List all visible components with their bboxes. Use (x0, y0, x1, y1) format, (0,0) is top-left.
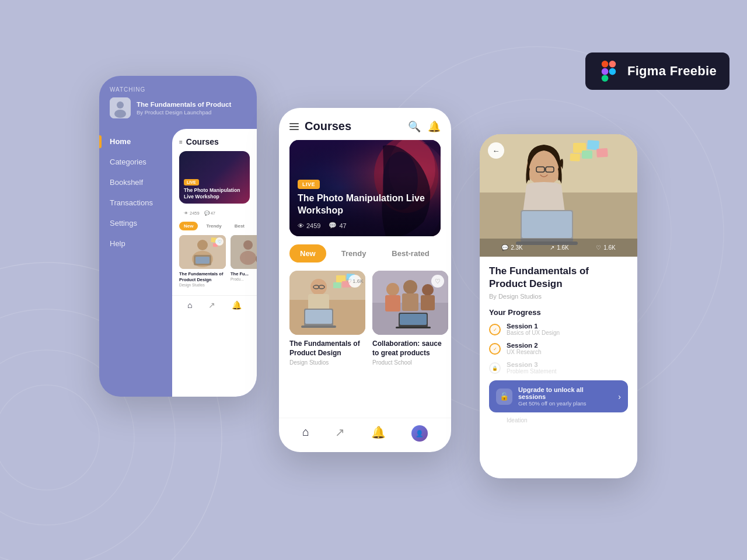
tab-best-rated[interactable]: Best-rated (381, 244, 439, 262)
tab-new[interactable]: New (289, 244, 326, 262)
mini-trending-icon[interactable]: ↗ (208, 300, 215, 310)
share-icon: ↗ (550, 244, 554, 251)
sidebar-item-settings[interactable]: Settings (99, 213, 172, 233)
svg-rect-20 (196, 257, 210, 264)
session-3-icon: 🔒 (489, 362, 501, 374)
svg-rect-44 (305, 310, 332, 324)
courses-title: Courses (305, 120, 351, 133)
detail-progress-title: Your Progress (489, 308, 628, 317)
course-card-2-title: Collaboration: sauce to great products (372, 340, 448, 358)
mini-views-stat: 👁 2459 (184, 211, 200, 216)
mini-bell-icon[interactable]: 🔔 (232, 300, 242, 310)
detail-info-panel: The Fundamentals of Product Design By De… (480, 257, 637, 478)
mini-cards-row: ♡ The Fundamentals of Product Design Des… (179, 235, 250, 287)
course-card-2-img: ♡ (372, 271, 448, 335)
session-3: 🔒 Session 3 Problem Statement (489, 361, 628, 374)
session-1-name: Session 1 (507, 323, 560, 330)
search-icon[interactable]: 🔍 (408, 120, 421, 133)
mini-card-2-sub: Produ... (231, 277, 257, 281)
upgrade-banner[interactable]: 🔓 Upgrade to unlock all sessions Get 50%… (489, 380, 628, 412)
mini-live-badge: LIVE (184, 179, 199, 186)
bell-icon[interactable]: 🔔 (428, 120, 441, 133)
phone-1-container: WATCHING The Fundamentals of Product By … (99, 76, 257, 397)
notifications-icon[interactable]: 🔔 (371, 425, 386, 442)
hamburger-line-1 (289, 123, 299, 124)
mini-comments-stat: 💬 47 (204, 211, 215, 216)
mini-hero-card[interactable]: LIVE The Photo Manipulation Live Worksho… (179, 151, 250, 204)
hero-banner[interactable]: LIVE The Photo Manipulation Live Worksho… (289, 140, 441, 236)
comment-icon: 💬 (501, 244, 508, 251)
mini-card-2-title: The Fu... (231, 271, 257, 277)
sidebar-item-categories[interactable]: Categories (99, 152, 172, 172)
mini-home-icon[interactable]: ⌂ (187, 300, 192, 310)
svg-point-14 (117, 102, 124, 108)
watching-item[interactable]: The Fundamentals of Product By Product D… (110, 97, 246, 118)
watching-thumb (110, 97, 131, 118)
mini-card-2-img: ♡ (231, 235, 257, 269)
sidebar-item-bookshelf[interactable]: Bookshelf (99, 172, 172, 192)
mini-hero-title: The Photo Manipulation Live Workshop (184, 187, 245, 200)
sidebar: Home Categories Bookshelf Transactions S… (99, 125, 172, 397)
svg-point-12 (609, 68, 616, 75)
course-card-2-sub: Product School (372, 359, 448, 366)
sidebar-item-home[interactable]: Home (99, 131, 172, 152)
mini-tab-trendy[interactable]: Trendy (201, 222, 226, 230)
session-2-name: Session 2 (507, 342, 541, 349)
sidebar-item-transactions[interactable]: Transactions (99, 192, 172, 213)
mini-tab-new[interactable]: New (179, 222, 198, 230)
svg-point-51 (386, 283, 399, 296)
svg-rect-54 (402, 293, 418, 311)
course-card-1-sub: Design Studios (289, 359, 365, 366)
mini-filter-tabs: New Trendy Best (179, 222, 250, 230)
collab-img (231, 235, 257, 269)
mini-bottom-nav: ⌂ ↗ 🔔 (172, 295, 257, 314)
tab-trendy[interactable]: Trendy (331, 244, 377, 262)
svg-rect-67 (570, 153, 580, 162)
svg-point-17 (197, 240, 208, 250)
hero-overlay: LIVE The Photo Manipulation Live Worksho… (289, 171, 441, 236)
watching-bar: WATCHING The Fundamentals of Product By … (99, 76, 257, 125)
mini-tab-best[interactable]: Best (230, 222, 249, 230)
course-card-2-heart[interactable]: ♡ (431, 275, 444, 288)
upgrade-sub: Get 50% off on yearly plans (518, 400, 612, 407)
eye-icon: 👁 (298, 222, 304, 229)
svg-point-15 (114, 110, 126, 118)
courses-header-left: Courses (289, 120, 351, 133)
svg-rect-59 (396, 327, 431, 328)
mini-card-1-img: ♡ (179, 235, 226, 269)
svg-rect-8 (602, 61, 609, 68)
svg-rect-11 (602, 75, 609, 82)
detail-title: The Fundamentals of Product Design (489, 265, 628, 290)
mini-card-1-title: The Fundamentals of Product Design (179, 271, 226, 283)
back-button[interactable]: ← (488, 142, 504, 159)
comments-stat: 💬 47 (329, 222, 346, 229)
course-card-1-heart[interactable]: ♡ 1.6K (348, 275, 361, 288)
comment-icon: 💬 (204, 211, 210, 216)
sidebar-item-help[interactable]: Help (99, 233, 172, 254)
upgrade-title: Upgrade to unlock all sessions (518, 386, 612, 400)
detail-hero-image: ← 💬 2.3K ↗ 1.6K ♡ 1.6K (480, 134, 637, 257)
views-stat: 👁 2459 (298, 222, 320, 229)
mini-card-1-heart[interactable]: ♡ (215, 237, 224, 246)
session-2[interactable]: ✓ Session 2 UX Research (489, 342, 628, 355)
watching-title: The Fundamentals of Product (137, 100, 231, 109)
course-card-1[interactable]: ♡ 1.6K The Fundamentals of Product Desig… (289, 271, 365, 412)
course-card-2[interactable]: ♡ Collaboration: sauce to great products… (372, 271, 448, 412)
upgrade-arrow-icon: › (618, 392, 621, 401)
mini-courses: ≡ Courses LIVE The Photo Manipulation Li… (172, 129, 257, 292)
comment-stat: 💬 2.3K (501, 244, 523, 251)
trending-icon[interactable]: ↗ (335, 425, 345, 442)
svg-point-53 (403, 280, 417, 294)
watching-info: The Fundamentals of Product By Product D… (137, 100, 231, 116)
session-1[interactable]: ✓ Session 1 Basics of UX Design (489, 323, 628, 336)
svg-rect-40 (333, 282, 341, 288)
svg-rect-52 (385, 295, 400, 312)
mini-card-2[interactable]: ♡ The Fu... Produ... (231, 235, 257, 287)
mini-card-1[interactable]: ♡ The Fundamentals of Product Design Des… (179, 235, 226, 287)
home-icon[interactable]: ⌂ (302, 425, 309, 442)
user-avatar[interactable]: 👤 (411, 425, 428, 442)
session-2-icon: ✓ (489, 343, 501, 355)
hamburger-icon[interactable] (289, 123, 299, 130)
hero-title: The Photo Manipulation Live Workshop (298, 192, 432, 217)
course-card-1-title: The Fundamentals of Product Design (289, 340, 365, 358)
